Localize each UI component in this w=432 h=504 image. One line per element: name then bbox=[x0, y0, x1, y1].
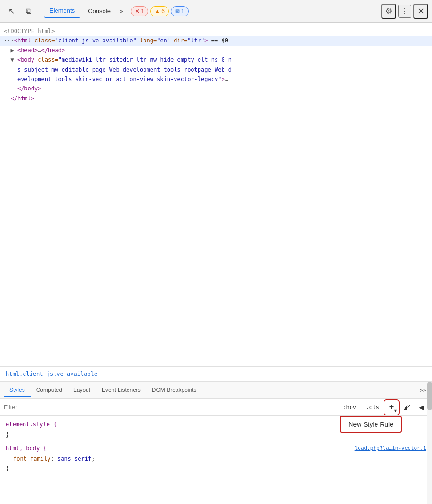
error-badge[interactable]: ✕ 1 bbox=[131, 6, 149, 16]
sidebar-icon-button[interactable]: ◀ bbox=[415, 401, 428, 414]
breadcrumb: html.client-js.ve-available bbox=[6, 371, 97, 377]
css-colon: : bbox=[50, 455, 57, 462]
styles-tabs-bar: Styles Computed Layout Event Listeners D… bbox=[0, 382, 432, 399]
paint-icon-button[interactable]: 🖌 bbox=[400, 401, 413, 414]
warning-icon: ▲ bbox=[154, 8, 160, 15]
warning-badge[interactable]: ▲ 6 bbox=[150, 6, 169, 16]
devtools-toolbar: ↖ ⧉ Elements Console » ✕ 1 ▲ 6 ✉ 1 ⚙ ⋮ ✕ bbox=[0, 0, 432, 23]
new-rule-container: + ▼ New Style Rule bbox=[385, 401, 398, 414]
css-close-brace-1: } bbox=[6, 431, 9, 438]
tab-elements[interactable]: Elements bbox=[44, 4, 80, 18]
css-prop-value: sans-serif bbox=[57, 455, 91, 462]
hov-button[interactable]: :hov bbox=[339, 403, 360, 412]
new-style-rule-label: New Style Rule bbox=[348, 421, 393, 428]
toolbar-divider-1 bbox=[40, 6, 40, 17]
dom-html-tag[interactable]: ···<html class="client-js ve-available" … bbox=[0, 36, 432, 45]
badge-container: ✕ 1 ▲ 6 ✉ 1 bbox=[131, 6, 189, 16]
warning-count: 6 bbox=[161, 8, 165, 15]
tab-styles[interactable]: Styles bbox=[4, 384, 31, 397]
dom-panel: <!DOCTYPE html> ···<html class="client-j… bbox=[0, 23, 432, 366]
css-close-brace-2: } bbox=[6, 465, 9, 472]
cls-button[interactable]: .cls bbox=[362, 403, 383, 412]
tabs-more-chevron[interactable]: » bbox=[118, 5, 125, 17]
scrollbar-thumb[interactable] bbox=[427, 382, 432, 410]
info-badge[interactable]: ✉ 1 bbox=[171, 6, 189, 16]
error-count: 1 bbox=[141, 8, 144, 15]
styles-tabs-more[interactable]: >> bbox=[418, 385, 428, 396]
sidebar-icon: ◀ bbox=[419, 403, 424, 412]
layers-icon-button[interactable]: ⧉ bbox=[21, 4, 36, 19]
dom-body-class-cont1: s-subject mw-editable page-Web_developme… bbox=[0, 65, 432, 74]
dom-doctype: <!DOCTYPE html> bbox=[0, 26, 432, 36]
error-icon: ✕ bbox=[135, 8, 140, 15]
tab-dom-breakpoints[interactable]: DOM Breakpoints bbox=[146, 384, 202, 397]
settings-button[interactable]: ⚙ bbox=[381, 4, 396, 19]
css-selector-html-body[interactable]: html, body { bbox=[6, 445, 47, 452]
dom-body-tag[interactable]: ▼ <body class="mediawiki ltr sitedir-ltr… bbox=[0, 55, 432, 65]
dom-body-close: </body> bbox=[0, 84, 432, 93]
tab-console[interactable]: Console bbox=[82, 5, 116, 17]
css-source-link[interactable]: load.php?la…in-vector.1 bbox=[355, 444, 426, 453]
css-prop-name: font-family bbox=[13, 455, 50, 462]
more-options-button[interactable]: ⋮ bbox=[398, 5, 411, 18]
filter-bar: :hov .cls + ▼ New Style Rule 🖌 ◀ bbox=[0, 399, 432, 416]
layers-icon: ⧉ bbox=[26, 7, 31, 16]
css-property-font-family[interactable]: font-family: sans-serif; bbox=[6, 454, 426, 464]
plus-subscript: ▼ bbox=[393, 408, 398, 413]
close-icon: ✕ bbox=[417, 6, 424, 16]
css-rule-html-body: html, body { load.php?la…in-vector.1 fon… bbox=[6, 444, 426, 474]
cursor-icon: ↖ bbox=[8, 7, 15, 16]
dom-head-tag[interactable]: ▶ <head>…</head> bbox=[0, 46, 432, 55]
tab-computed[interactable]: Computed bbox=[31, 384, 68, 397]
paint-icon: 🖌 bbox=[403, 403, 410, 411]
close-devtools-button[interactable]: ✕ bbox=[413, 4, 428, 19]
new-style-rule-tooltip[interactable]: New Style Rule bbox=[340, 416, 402, 433]
css-selector-element-style[interactable]: element.style { bbox=[6, 421, 56, 428]
more-icon: ⋮ bbox=[401, 7, 408, 16]
scrollbar-track[interactable] bbox=[427, 382, 432, 504]
filter-input[interactable] bbox=[4, 404, 337, 411]
tab-event-listeners[interactable]: Event Listeners bbox=[96, 384, 146, 397]
gear-icon: ⚙ bbox=[385, 7, 392, 16]
info-count: 1 bbox=[181, 8, 184, 15]
tab-layout[interactable]: Layout bbox=[68, 384, 96, 397]
cursor-icon-button[interactable]: ↖ bbox=[4, 4, 19, 19]
dom-body-class-cont2: evelopment_tools skin-vector action-view… bbox=[0, 74, 432, 84]
info-icon: ✉ bbox=[175, 8, 180, 15]
dom-html-close: </html> bbox=[0, 94, 432, 103]
css-semicolon: ; bbox=[91, 455, 95, 462]
add-style-rule-button[interactable]: + ▼ bbox=[385, 401, 398, 414]
breadcrumb-bar[interactable]: html.client-js.ve-available bbox=[0, 366, 432, 382]
styles-panel: Styles Computed Layout Event Listeners D… bbox=[0, 382, 432, 504]
